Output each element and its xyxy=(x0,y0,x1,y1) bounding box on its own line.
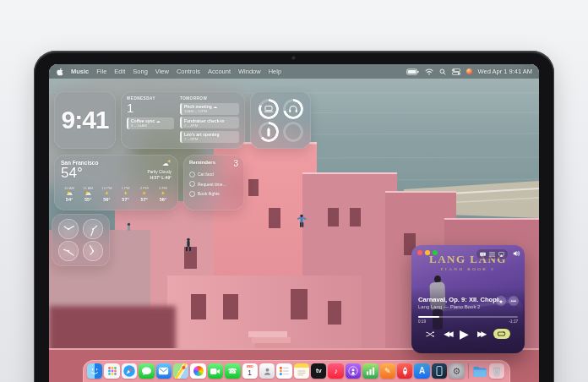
battery-ring-empty xyxy=(283,122,303,142)
dock: ☎ WED1 tv ♪ ✎ A ⚙ xyxy=(83,360,510,382)
dock-facetime-icon[interactable] xyxy=(208,363,223,379)
dock-pencil-app-icon[interactable]: ✎ xyxy=(380,363,395,379)
dock-app-store-icon[interactable]: A xyxy=(414,363,429,379)
play-button[interactable]: ▶ xyxy=(460,328,469,340)
menu-bar-clock[interactable]: Wed Apr 1 9:41 AM xyxy=(478,68,532,75)
zoom-button[interactable] xyxy=(433,250,438,255)
volume-icon[interactable] xyxy=(513,250,520,257)
calendar-event-tomorrow-2[interactable]: Fundraiser check-in 2 – 4PM xyxy=(180,117,239,128)
analog-clock xyxy=(58,241,79,261)
battery-ring-headphones xyxy=(283,99,303,119)
calendar-widget[interactable]: WEDNESDAY 1 Coffee sync ☁ 9 – 10AM TOMOR… xyxy=(121,91,245,149)
progress-bar[interactable] xyxy=(418,316,518,318)
phone-handset-icon: ☎ xyxy=(228,368,237,375)
analog-clock xyxy=(83,219,103,239)
menu-view[interactable]: View xyxy=(155,68,169,75)
dock-podcasts-icon[interactable] xyxy=(346,363,361,379)
dock-notes-icon[interactable] xyxy=(294,363,309,379)
gear-icon: ⚙ xyxy=(452,367,460,376)
control-center-icon[interactable] xyxy=(452,68,460,75)
cloud-sun-icon: ⛅ xyxy=(79,190,96,198)
dock-rocket-app-icon[interactable] xyxy=(397,363,412,379)
pencil-icon: ✎ xyxy=(384,368,391,375)
dock-contacts-icon[interactable] xyxy=(259,363,275,379)
calendar-event-tomorrow-1[interactable]: Pitch meeting ☁ 11AM – 12PM xyxy=(180,103,239,115)
repeat-button-active[interactable] xyxy=(493,329,510,339)
now-playing-app-icon[interactable] xyxy=(466,68,472,74)
weather-hourly-row: 10 AM⛅54° 11 AM⛅55° 12 PM☀56° 1 PM☀57° 2… xyxy=(61,186,172,203)
music-mini-player[interactable]: LANG LANG PIANO BOOK 2 xyxy=(411,245,525,353)
dock-photos-icon[interactable] xyxy=(190,363,205,379)
battery-icon[interactable] xyxy=(406,68,419,75)
more-ellipsis-button[interactable]: ••• xyxy=(509,296,519,306)
menu-song[interactable]: Song xyxy=(133,68,148,75)
analog-clock xyxy=(83,241,103,261)
laptop-icon xyxy=(264,105,274,113)
dock-settings-icon[interactable]: ⚙ xyxy=(449,363,464,379)
clock-widget[interactable]: 9:41 xyxy=(54,91,116,149)
minimize-button[interactable] xyxy=(425,250,430,255)
world-clock-widget[interactable] xyxy=(52,214,110,266)
dock-maps-icon[interactable] xyxy=(173,363,188,379)
reminders-widget[interactable]: Reminders 3 Cat food Request time... Boo… xyxy=(183,155,244,210)
dock-reminders-icon[interactable] xyxy=(276,363,291,379)
dock-mail-icon[interactable] xyxy=(156,363,172,379)
sun-icon: ☀ xyxy=(98,190,115,198)
menu-file[interactable]: File xyxy=(96,68,106,75)
favorite-star-button[interactable]: ★ xyxy=(496,296,506,306)
next-track-button[interactable]: ▶▶ xyxy=(477,330,485,338)
dock-music-icon[interactable]: ♪ xyxy=(328,363,343,379)
menu-music[interactable]: Music xyxy=(71,68,89,75)
dock-calendar-icon[interactable]: WED1 xyxy=(242,363,258,379)
marketing-background: Music File Edit Song View Controls Accou… xyxy=(0,0,588,382)
menu-window[interactable]: Window xyxy=(238,68,261,75)
cloud-sun-icon: ☀☁ xyxy=(162,160,172,166)
photos-flower-icon xyxy=(193,366,204,376)
battery-ring-laptop xyxy=(259,99,279,119)
weather-widget[interactable]: San Francisco 54° ☀☁ Partly Cloudy H:57°… xyxy=(54,155,178,210)
reminder-item[interactable]: Request time... xyxy=(189,181,238,187)
calendar-event-tomorrow-3[interactable]: Léo's art opening 7 – 9PM xyxy=(180,131,239,143)
dock-messages-icon[interactable] xyxy=(139,363,154,379)
screen: Music File Edit Song View Controls Accou… xyxy=(49,64,539,382)
checkbox-circle-icon[interactable] xyxy=(189,181,195,187)
batteries-widget[interactable] xyxy=(250,91,311,149)
calendar-day-number: 1 xyxy=(127,101,174,115)
menu-help[interactable]: Help xyxy=(269,68,281,75)
shuffle-icon[interactable] xyxy=(426,330,435,338)
track-artist-album: Lang Lang — Piano Book 2 xyxy=(418,304,499,309)
dock-trash-icon[interactable] xyxy=(489,363,504,379)
dock-finder-icon[interactable] xyxy=(87,363,102,379)
reminder-item[interactable]: Cat food xyxy=(189,172,238,177)
queue-list-icon[interactable] xyxy=(489,252,495,257)
lyrics-icon[interactable] xyxy=(480,252,486,257)
search-icon[interactable] xyxy=(439,68,446,75)
dock-phone-icon[interactable]: ☎ xyxy=(225,363,240,379)
dock-separator xyxy=(468,363,469,379)
dock-downloads-folder-icon[interactable] xyxy=(472,363,487,379)
battery-ring-pencil xyxy=(259,122,279,142)
dock-tv-icon[interactable]: tv xyxy=(311,363,326,379)
weather-temperature: 54° xyxy=(61,166,98,181)
dock-safari-icon[interactable] xyxy=(122,363,137,379)
reminders-title: Reminders xyxy=(189,160,215,165)
airplay-icon[interactable] xyxy=(498,252,504,257)
headphones-icon xyxy=(288,105,297,113)
checkbox-circle-icon[interactable] xyxy=(189,172,195,177)
dock-chart-app-icon[interactable] xyxy=(362,363,378,379)
album-title-line2: PIANO BOOK 2 xyxy=(411,267,525,271)
checkbox-circle-icon[interactable] xyxy=(189,191,195,197)
calendar-event-today[interactable]: Coffee sync ☁ 9 – 10AM xyxy=(127,117,174,129)
reminder-item[interactable]: Book flights xyxy=(189,191,238,197)
apple-menu[interactable] xyxy=(56,68,63,76)
close-button[interactable] xyxy=(417,250,422,255)
dock-iphone-mirroring-icon[interactable] xyxy=(432,363,447,379)
menu-account[interactable]: Account xyxy=(208,68,231,75)
menu-edit[interactable]: Edit xyxy=(114,68,125,75)
wifi-icon[interactable] xyxy=(425,68,433,75)
menu-controls[interactable]: Controls xyxy=(177,68,200,75)
dock-launchpad-icon[interactable] xyxy=(104,363,119,379)
weather-condition: Partly Cloudy xyxy=(147,169,172,175)
previous-track-button[interactable]: ◀◀ xyxy=(444,330,451,338)
clock-time: 9:41 xyxy=(61,106,108,134)
